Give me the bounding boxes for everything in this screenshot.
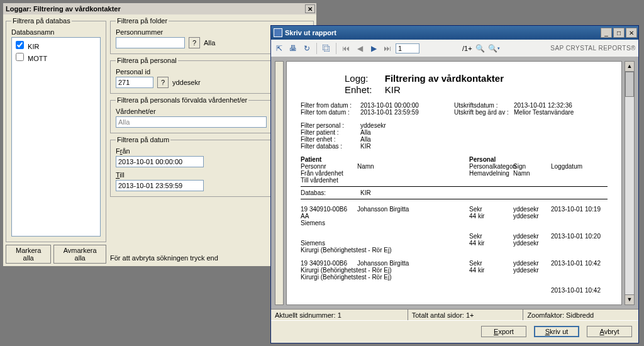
- status-total-pages: Totalt antal sidor: 1+: [408, 310, 524, 320]
- hint-text: För att avbryta sökningen tryck end: [110, 254, 218, 262]
- db-kir-check[interactable]: [16, 41, 24, 49]
- nav-last-icon[interactable]: ⏭: [382, 43, 393, 54]
- lbl-databasnamn: Databasnamn: [11, 28, 101, 36]
- personnummer-input[interactable]: [116, 37, 185, 48]
- report-toolbar: ⇱ 🖶 ↻ ⿻ ⏮ ◀ ▶ ⏭ /1+ 🔍 🔍▾ SAP CRYSTAL REP…: [271, 40, 638, 57]
- fs-enhet-legend: Filtrera på personals förvalda vårdenhet…: [116, 96, 248, 104]
- fs-database-legend: Filtrera på databas: [11, 17, 72, 25]
- database-list[interactable]: KIR MOTT: [11, 37, 101, 237]
- brand-label: SAP CRYSTAL REPORTS®: [550, 45, 636, 52]
- vertical-scrollbar[interactable]: ▲ ▼: [625, 61, 635, 305]
- separator: [336, 43, 336, 54]
- avbryt-button[interactable]: Avbryt: [587, 326, 632, 337]
- report-viewer: Logg: Filtrering av vårdkontakter Enhet:…: [271, 57, 638, 309]
- nav-next-icon[interactable]: ▶: [368, 43, 379, 54]
- enhet-label: Enhet:: [345, 84, 382, 95]
- status-zoom: Zoomfaktor: Sidbredd: [523, 310, 638, 320]
- personalid-name: yddesekr: [172, 79, 201, 86]
- scroll-down-icon[interactable]: ▼: [625, 294, 634, 304]
- divider: [301, 186, 608, 187]
- help-icon[interactable]: ?: [157, 77, 169, 88]
- db-mott-check[interactable]: [16, 53, 24, 61]
- personnummer-alla: Alla: [204, 39, 215, 47]
- markera-alla-button[interactable]: Markera alla: [6, 245, 51, 264]
- report-window: Skriv ut rapport _ □ ✕ ⇱ 🖶 ↻ ⿻ ⏮ ◀ ▶ ⏭ /…: [270, 25, 639, 343]
- search-icon[interactable]: 🔍: [475, 43, 486, 54]
- maximize-icon[interactable]: □: [613, 28, 625, 38]
- page-current-input[interactable]: [396, 43, 419, 53]
- close-icon[interactable]: ✕: [626, 28, 637, 38]
- report-page: Logg: Filtrering av vårdkontakter Enhet:…: [286, 61, 622, 305]
- scroll-up-icon[interactable]: ▲: [625, 62, 634, 72]
- export-icon[interactable]: ⇱: [274, 43, 285, 54]
- status-bar: Aktuellt sidnummer: 1 Totalt antal sidor…: [271, 309, 638, 320]
- zoom-icon[interactable]: 🔍▾: [489, 43, 500, 54]
- doc-tab-strip[interactable]: [275, 61, 284, 305]
- fs-datum-legend: Filtrera på datum: [116, 136, 170, 143]
- till-input[interactable]: [116, 180, 204, 191]
- logg-label: Logg:: [345, 73, 382, 84]
- loggar-titlebar: Loggar: Filtrering av vårdkontakter ✕: [3, 3, 316, 14]
- refresh-icon[interactable]: ↻: [301, 43, 313, 54]
- copy-icon[interactable]: ⿻: [321, 43, 332, 54]
- nav-first-icon[interactable]: ⏮: [340, 43, 352, 54]
- print-icon[interactable]: 🖶: [287, 43, 299, 54]
- page-total: /1+: [462, 45, 472, 52]
- fs-database: Filtrera på databas Databasnamn KIR MOTT: [6, 17, 106, 242]
- app-icon: [274, 28, 282, 37]
- enhet-input[interactable]: [116, 116, 267, 128]
- status-current-page: Aktuellt sidnummer: 1: [271, 310, 408, 320]
- db-mott[interactable]: MOTT: [13, 51, 99, 63]
- nav-prev-icon[interactable]: ◀: [354, 43, 365, 54]
- separator: [316, 43, 317, 54]
- export-button[interactable]: Export: [481, 326, 526, 337]
- logg-value: Filtrering av vårdkontakter: [385, 73, 504, 84]
- report-title: Skriv ut rapport: [285, 29, 336, 36]
- close-icon[interactable]: ✕: [305, 4, 315, 13]
- personalid-input[interactable]: [116, 77, 153, 88]
- scroll-thumb[interactable]: [625, 72, 634, 97]
- fs-personal-legend: Filtrera på personal: [116, 57, 178, 64]
- avmarkera-alla-button[interactable]: Avmarkera alla: [53, 245, 106, 264]
- dialog-buttons: Export Skriv ut Avbryt: [271, 320, 638, 342]
- fran-input[interactable]: [116, 156, 204, 167]
- fs-folder-legend: Filtrera på folder: [116, 17, 169, 25]
- loggar-title: Loggar: Filtrering av vårdkontakter: [6, 5, 121, 13]
- minimize-icon[interactable]: _: [601, 28, 612, 38]
- help-icon[interactable]: ?: [189, 37, 200, 48]
- enhet-value: KIR: [385, 84, 401, 95]
- loggar-window: Loggar: Filtrering av vårdkontakter ✕ Fi…: [3, 3, 317, 267]
- divider: [301, 199, 608, 199]
- db-kir[interactable]: KIR: [13, 39, 99, 51]
- skriv-ut-button[interactable]: Skriv ut: [534, 326, 579, 337]
- report-titlebar: Skriv ut rapport _ □ ✕: [271, 26, 638, 40]
